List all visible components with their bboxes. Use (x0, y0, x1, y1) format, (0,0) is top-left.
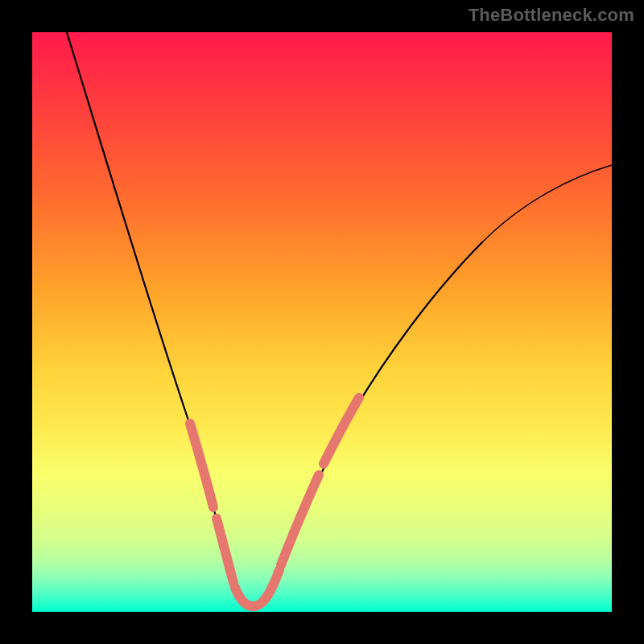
bottleneck-curve-tail (483, 165, 612, 242)
chart-svg (32, 32, 612, 612)
highlight-segment-left-upper (190, 423, 213, 507)
plot-area (32, 32, 612, 612)
watermark-text: TheBottleneck.com (469, 5, 634, 26)
highlight-segment-floor (235, 570, 279, 606)
highlight-segment-right-upper (324, 398, 359, 464)
bottleneck-curve (67, 32, 483, 606)
highlight-segment-left-lower (217, 518, 233, 583)
chart-frame: TheBottleneck.com (0, 0, 644, 644)
highlight-segment-right-lower (281, 475, 319, 565)
